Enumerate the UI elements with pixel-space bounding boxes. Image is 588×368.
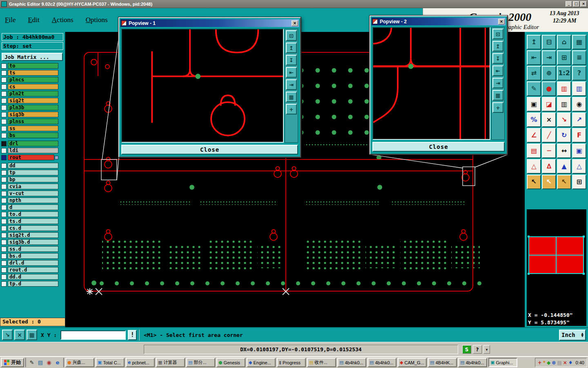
taskbar-item-12[interactable]: ◆CAM_G...	[398, 358, 427, 367]
taskbar-item-8[interactable]: ▮Progress	[277, 358, 306, 367]
tool-move-vertex-button[interactable]: ↘	[557, 112, 571, 127]
xy-input[interactable]	[60, 330, 126, 340]
tool-copy-vertex-button[interactable]: ↗	[572, 112, 586, 127]
popview-1-titlebar[interactable]: Popview - 1 ×	[120, 19, 299, 27]
popview-grid-view-button[interactable]: ▦	[492, 90, 503, 101]
tool-select-arrow-1-button[interactable]: ↖	[527, 175, 541, 189]
internet-explorer-icon[interactable]: e	[54, 359, 61, 366]
layer-toggle[interactable]	[1, 240, 7, 245]
popview-pan-right-button[interactable]: ⇥	[286, 79, 297, 90]
tool-swap-views-button[interactable]: ⇄	[527, 66, 541, 81]
taskbar-item-9[interactable]: ▤收件...	[307, 358, 336, 367]
layer-row-sig2t.d[interactable]: sig2t.d	[1, 232, 58, 238]
tool-link-pads-button[interactable]: %	[527, 112, 541, 127]
layer-toggle[interactable]	[1, 133, 7, 138]
layer-row-cs[interactable]: cs	[1, 84, 58, 90]
statusbar-cross-button[interactable]: ×	[14, 330, 25, 340]
tool-triangle-solid-button[interactable]: ▲	[557, 159, 571, 174]
minimize-button[interactable]: _	[566, 1, 572, 7]
tray-icon-3[interactable]: ◆	[547, 360, 550, 365]
statusbar-grid-button[interactable]: ▦	[27, 330, 37, 340]
layer-row-dd.d[interactable]: dd.d	[1, 274, 58, 280]
layer-row-cvia[interactable]: cvia	[1, 184, 58, 189]
tool-select-arrow-3-button[interactable]: ↖	[557, 175, 571, 189]
layer-toggle[interactable]	[1, 155, 7, 160]
units-spinner-icon[interactable]: ▲ ▼	[581, 332, 584, 337]
overview-handle[interactable]	[583, 236, 585, 238]
tool-zoom-1-2-button[interactable]: 1:2	[557, 66, 571, 81]
popview-1-close-button[interactable]: Close	[121, 145, 298, 155]
layer-row-bs.d[interactable]: bs.d	[1, 253, 58, 259]
layer-toggle[interactable]	[1, 198, 7, 203]
layer-toggle[interactable]	[1, 191, 7, 196]
layer-row-npth[interactable]: npth	[1, 197, 58, 203]
popview-pan-down-button[interactable]: ↧	[286, 55, 297, 65]
tool-help-button[interactable]: ?	[572, 66, 586, 81]
tool-line-button[interactable]: ╱	[542, 128, 556, 143]
tray-icon-1[interactable]: +	[538, 360, 542, 365]
maximize-button[interactable]: □	[573, 1, 579, 7]
window-titlebar[interactable]: Graphic Editor 9.02c2 (00@HY-HYCAM-PC037…	[0, 0, 588, 8]
menu-edit[interactable]: Edit	[28, 16, 39, 24]
units-down-icon[interactable]: ▼	[581, 335, 584, 337]
tool-mirror-button[interactable]: F	[572, 128, 586, 143]
layer-toggle[interactable]	[1, 141, 7, 146]
popview-2-titlebar[interactable]: Popview - 2 ×	[372, 18, 506, 25]
popview-crosshair-button[interactable]: +	[492, 102, 503, 113]
tool-segment-button[interactable]: ─	[542, 144, 556, 158]
layer-row-rout[interactable]: rout	[1, 155, 58, 160]
help-button[interactable]: ?	[473, 345, 482, 354]
tool-round-pad-button[interactable]: ◉	[572, 97, 586, 112]
layer-row-pln2t[interactable]: pln2t	[1, 91, 58, 96]
layer-toggle[interactable]	[1, 105, 7, 110]
popview-pan-right-button[interactable]: ⇥	[492, 78, 503, 88]
overview-handle[interactable]	[583, 273, 585, 275]
tray-icon-4[interactable]: ⊗	[552, 360, 556, 365]
overview-board-rect[interactable]	[528, 236, 584, 274]
layer-row-pln3b[interactable]: pln3b	[1, 105, 58, 110]
tool-layers-view-button[interactable]: ≡	[572, 50, 586, 65]
layer-row-dd[interactable]: dd	[1, 163, 58, 168]
taskbar-item-1[interactable]: ●兴森...	[65, 358, 94, 367]
tool-triangle-move-button[interactable]: △	[572, 159, 586, 174]
taskbar-item-14[interactable]: ▤4b4hk0...	[458, 358, 487, 367]
menu-options[interactable]: Options	[86, 16, 108, 24]
layer-toggle[interactable]	[1, 91, 7, 96]
popview-pan-down-button[interactable]: ↧	[492, 53, 503, 64]
tool-fit-screen-button[interactable]: ⊟	[542, 35, 556, 49]
tool-view-top-button[interactable]: ↥	[527, 35, 541, 49]
job-matrix-button[interactable]: Job Matrix ...	[2, 53, 63, 61]
tool-center-target-button[interactable]: ⊕	[542, 66, 556, 81]
tool-matrix-view-button[interactable]: ▦	[572, 35, 586, 49]
layer-row-bs[interactable]: bs	[1, 132, 58, 138]
tool-stretch-button[interactable]: ↔	[557, 144, 571, 158]
layer-row-drl[interactable]: drl	[1, 141, 58, 146]
layer-row-ldi[interactable]: ldi	[1, 148, 58, 153]
tool-pattern-red-button[interactable]: ▥	[557, 81, 571, 96]
layer-toggle[interactable]	[1, 163, 7, 168]
popview-2-window[interactable]: Popview - 2 × ⊡↥↧⇤⇥▦+ Close	[370, 16, 508, 155]
tool-triangle-outline-button[interactable]: △	[527, 159, 541, 174]
layer-toggle[interactable]	[1, 63, 7, 69]
tool-pan-left-button[interactable]: ⇤	[527, 50, 541, 65]
tool-pattern-blue-button[interactable]: ▥	[572, 81, 586, 96]
layer-row-tp[interactable]: tp	[1, 170, 58, 175]
taskbar-item-5[interactable]: ▤部分...	[186, 358, 215, 367]
taskbar-item-2[interactable]: ▣Total C...	[96, 358, 125, 367]
tool-pan-right-button[interactable]: ⇥	[542, 50, 556, 65]
layer-toggle[interactable]	[1, 233, 7, 238]
layer-row-ss.d[interactable]: ss.d	[1, 246, 58, 252]
menu-actions[interactable]: Actions	[52, 16, 74, 24]
tool-red-target-button[interactable]: ●	[542, 81, 556, 96]
popview-2-close-icon[interactable]: ×	[498, 19, 505, 25]
layer-toggle[interactable]	[1, 126, 7, 131]
popview-1-window[interactable]: Popview - 1 × ⊡↥↧⇤⇥▦+ Close	[118, 17, 301, 157]
taskbar-item-10[interactable]: ▤4b4hk0...	[337, 358, 366, 367]
tool-cascade-windows-button[interactable]: ⊞	[557, 50, 571, 65]
taskbar-item-4[interactable]: ▦计算器	[156, 358, 185, 367]
tool-ruler-button[interactable]: ▥	[557, 97, 571, 112]
layer-toggle[interactable]	[1, 260, 7, 266]
layer-row-ts.d[interactable]: ts.d	[1, 218, 58, 224]
start-button[interactable]: 开始	[1, 358, 24, 367]
script-button[interactable]: S	[462, 345, 471, 354]
